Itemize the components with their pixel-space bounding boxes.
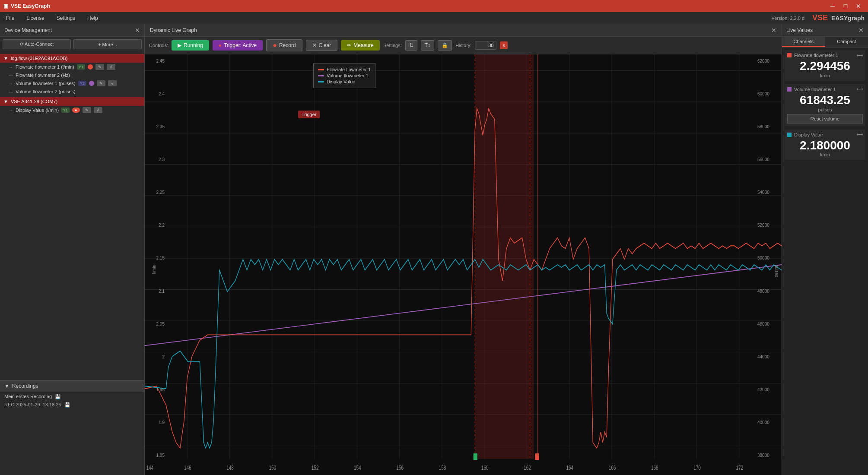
legend-color-1 [318,75,324,76]
main-layout: Device Management ✕ ⟳ Auto-Connect + Mor… [0,24,868,475]
trigger-dot: ● [219,42,222,48]
arrow-icon: → [9,108,13,113]
pencil-icon[interactable]: ✎ [83,107,91,113]
menu-help[interactable]: Help [85,14,101,22]
expand-icon: ▼ [3,99,8,104]
live-values-close[interactable]: ✕ [858,27,864,34]
graph-tab-label: Dynamic Live Graph [150,27,197,33]
device-item-flowrate1[interactable]: → Flowrate flowmeter 1 (l/min) Y1 ✎ √ [0,63,144,71]
settings-icon-2[interactable]: T↕ [421,40,434,51]
recordings-header[interactable]: ▼ Recordings [0,380,144,392]
device-item-volume1[interactable]: → Volume flowmeter 1 (pulses) Y2 ✎ √ [0,79,144,88]
lv-value-1: 61843.25 [787,94,863,107]
window-controls: ─ □ ✕ [827,2,865,10]
graph-area: 2.45 2.4 2.35 2.3 2.25 2.2 2.15 2.1 2.05… [145,54,782,475]
device-group-logflow[interactable]: ▼ log.flow (31E2AC91ACDB) [0,54,144,63]
arrow-icon: → [9,65,13,70]
graph-close[interactable]: ✕ [771,27,776,34]
menu-settings[interactable]: Settings [54,14,78,22]
device-management-label: Device Management [4,27,52,33]
sqrt-icon[interactable]: √ [107,64,115,70]
y-axis-left: 2.45 2.4 2.35 2.3 2.25 2.2 2.15 2.1 2.05… [145,54,166,462]
device-controls: ⟳ Auto-Connect + More... [0,37,144,52]
color-indicator [89,81,94,86]
svg-text:158: 158 [439,464,446,471]
center-panel: Dynamic Live Graph ✕ Controls: ▶ Running… [145,24,782,475]
clear-button[interactable]: ✕ Clear [306,40,338,51]
arrow-icon: — [9,73,13,78]
link-icon-1[interactable]: ⟷ [857,87,863,92]
svg-text:162: 162 [524,464,531,471]
auto-connect-button[interactable]: ⟳ Auto-Connect [3,39,71,49]
link-icon-2[interactable]: ⟷ [857,132,863,137]
device-item-label: Volume flowmeter 1 (pulses) [16,81,76,86]
right-panel: Live Values ✕ Channels Compact Flowrate … [782,24,868,475]
graph-legend: Flowrate flowmeter 1 Volume flowmeter 1 … [313,63,375,88]
legend-item-2: Display Value [318,79,371,84]
arrow-icon: — [9,89,13,94]
recording-item-1[interactable]: REC 2025-01-29_13:18:26 💾 [0,401,144,408]
sqrt-icon[interactable]: √ [108,80,117,86]
legend-color-2 [318,81,324,82]
reset-volume-button[interactable]: Reset volume [787,114,863,124]
settings-icon-1[interactable]: ⇅ [405,40,417,51]
svg-text:144: 144 [146,464,154,471]
clear-icon: ✕ [312,42,317,48]
recording-name: Mein erstes Recording [4,394,52,399]
minimize-button[interactable]: ─ [827,2,839,10]
legend-label-0: Flowrate flowmeter 1 [327,67,371,72]
device-group-vse[interactable]: ▼ VSE A341-28 (COM7) [0,97,144,106]
pencil-icon[interactable]: ✎ [95,64,104,70]
maximize-button[interactable]: □ [839,2,852,10]
measure-button[interactable]: ✏ Measure [341,40,380,51]
left-panel: Device Management ✕ ⟳ Auto-Connect + Mor… [0,24,145,475]
running-button[interactable]: ▶ Running [172,40,209,51]
pencil-icon[interactable]: ✎ [97,80,105,86]
recordings-label: Recordings [12,383,38,389]
graph-svg[interactable]: 144 146 148 150 152 154 156 158 160 162 … [145,54,782,475]
device-item-label: Flowrate flowmeter 2 (Hz) [16,73,70,78]
legend-label-2: Display Value [327,79,355,84]
arrow-icon: → [9,81,13,86]
menu-file[interactable]: File [3,14,17,22]
recording-item-0[interactable]: Mein erstes Recording 💾 [0,392,144,401]
device-item-display[interactable]: → Display Value (l/min) Y1 ● ✎ √ [0,106,144,114]
tab-channels[interactable]: Channels [782,37,825,47]
live-value-card-2: Display Value ⟷ 2.180000 l/min [785,130,865,160]
settings-icon-3[interactable]: 🔒 [438,40,452,51]
device-management-close[interactable]: ✕ [135,27,140,34]
lv-header-2: Display Value ⟷ [787,132,863,137]
live-values-tab: Live Values ✕ [782,24,868,37]
sqrt-icon[interactable]: √ [94,107,102,113]
device-group-label: VSE A341-28 (COM7) [11,99,57,104]
close-button[interactable]: ✕ [852,2,865,10]
tab-compact[interactable]: Compact [825,37,868,47]
trigger-button[interactable]: ● Trigger: Active [213,40,263,51]
svg-text:152: 152 [312,464,319,471]
svg-rect-34 [535,453,539,460]
lv-header-0: Flowrate flowmeter 1 ⟷ [787,53,863,58]
lv-unit-1: pulses [787,107,863,112]
connect-icon: ⟳ [20,41,24,47]
record-button[interactable]: ● Record [266,39,302,51]
svg-rect-29 [475,54,534,459]
history-unit: s [500,41,508,49]
svg-rect-33 [474,453,477,460]
toggle-on[interactable]: ● [72,108,79,113]
svg-text:170: 170 [693,464,701,471]
recording-name: REC 2025-01-29_13:18:26 [4,402,61,407]
history-input[interactable] [475,41,496,50]
legend-item-0: Flowrate flowmeter 1 [318,67,371,72]
device-item-flowrate2[interactable]: — Flowrate flowmeter 2 (Hz) [0,71,144,79]
live-value-card-0: Flowrate flowmeter 1 ⟷ 2.294456 l/min [785,50,865,81]
more-button[interactable]: + More... [73,39,142,49]
lv-unit-0: l/min [787,73,863,78]
svg-text:150: 150 [269,464,277,471]
device-item-volume2[interactable]: — Volume flowmeter 2 (pulses) [0,88,144,95]
expand-icon: ▼ [4,383,10,389]
menu-license[interactable]: License [24,14,47,22]
version-label: Version: 2.2.0 d [772,16,804,21]
link-icon-0[interactable]: ⟷ [857,53,863,58]
graph-tab: Dynamic Live Graph ✕ [145,24,782,37]
live-values-label: Live Values [786,27,813,33]
